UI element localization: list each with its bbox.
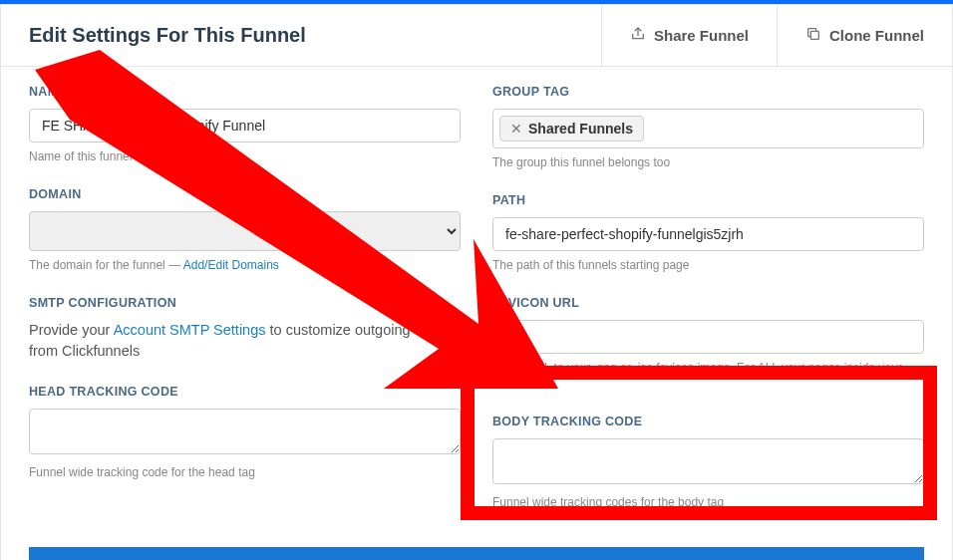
domain-label: DOMAIN [29,187,461,201]
settings-panel: Edit Settings For This Funnel Share Funn… [0,4,953,560]
domain-help-text: The domain for the funnel — [29,258,183,272]
smtp-settings-link[interactable]: Account SMTP Settings [114,322,266,338]
group-tag-help: The group this funnel belongs too [492,154,924,171]
domain-help: The domain for the funnel — Add/Edit Dom… [29,257,461,274]
head-tracking-input[interactable] [29,409,461,454]
head-tracking-label: HEAD TRACKING CODE [29,385,461,399]
favicon-input[interactable] [492,320,924,354]
clone-funnel-button[interactable]: Clone Funnel [777,5,952,66]
path-help: The path of this funnels starting page [492,257,924,274]
panel-body: NAME Name of this funnel DOMAIN The doma… [1,67,952,533]
right-column: GROUP TAG ✕ Shared Funnels The group thi… [492,85,924,533]
smtp-label: SMTP CONFIGURATION [29,296,461,310]
favicon-help: Add a URL to your .png or .ico favicon i… [492,360,924,394]
domain-field: DOMAIN The domain for the funnel — Add/E… [29,187,461,274]
path-field: PATH The path of this funnels starting p… [492,193,924,274]
body-tracking-input[interactable] [492,438,924,484]
smtp-field: SMTP CONFIGURATION Provide your Account … [29,296,461,364]
svg-rect-0 [810,31,818,39]
panel-title: Edit Settings For This Funnel [1,5,601,66]
name-help: Name of this funnel [29,148,461,165]
clone-funnel-label: Clone Funnel [829,27,924,44]
body-tracking-help: Funnel wide tracking codes for the body … [492,494,924,511]
share-funnel-label: Share Funnel [654,27,749,44]
left-column: NAME Name of this funnel DOMAIN The doma… [29,85,461,533]
clone-icon [805,26,821,45]
group-tag-chip-label: Shared Funnels [528,121,633,137]
add-edit-domains-link[interactable]: Add/Edit Domains [183,258,279,272]
group-tag-chip: ✕ Shared Funnels [499,116,644,141]
group-tag-field: GROUP TAG ✕ Shared Funnels The group thi… [492,85,924,171]
body-tracking-label: BODY TRACKING CODE [492,415,924,428]
smtp-text-a: Provide your [29,322,114,338]
favicon-field: FAVICON URL Add a URL to your .png or .i… [492,296,924,394]
save-bar[interactable] [29,547,924,560]
smtp-text: Provide your Account SMTP Settings to cu… [29,320,461,364]
path-input[interactable] [492,217,924,251]
remove-tag-icon[interactable]: ✕ [510,121,522,137]
panel-header: Edit Settings For This Funnel Share Funn… [1,5,952,67]
head-tracking-help: Funnel wide tracking code for the head t… [29,464,461,481]
name-field: NAME Name of this funnel [29,85,461,165]
share-icon [630,26,646,45]
favicon-label: FAVICON URL [492,296,924,310]
head-tracking-field: HEAD TRACKING CODE Funnel wide tracking … [29,385,461,481]
share-funnel-button[interactable]: Share Funnel [601,5,777,66]
path-label: PATH [492,193,924,207]
name-label: NAME [29,85,461,99]
name-input[interactable] [29,109,461,142]
group-tag-input[interactable]: ✕ Shared Funnels [492,109,924,148]
domain-select[interactable] [29,211,461,251]
group-tag-label: GROUP TAG [492,85,924,99]
body-tracking-field: BODY TRACKING CODE Funnel wide tracking … [492,415,924,511]
